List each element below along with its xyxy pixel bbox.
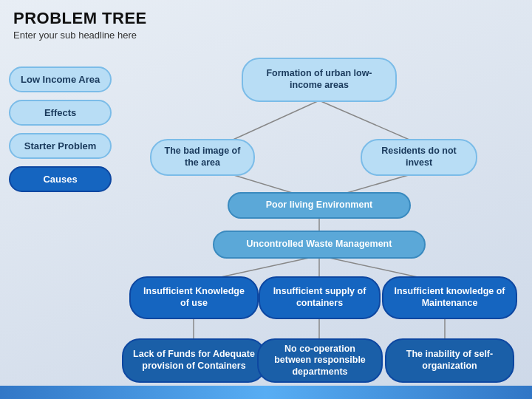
page-title: PROBLEM TREE	[13, 9, 519, 28]
node-poor-living: Poor living Environment	[228, 192, 411, 219]
node-residents: Residents do not invest	[361, 139, 477, 176]
legend-causes: Causes	[9, 166, 112, 192]
page-subtitle: Enter your sub headline here	[13, 30, 519, 41]
legend-low-income: Low Income Area	[9, 66, 112, 92]
node-no-cooperation: No co-operation between responsible depa…	[257, 338, 383, 383]
node-lack-funds: Lack of Funds for Adequate provision of …	[122, 338, 266, 383]
node-formation: Formation of urban low-income areas	[242, 58, 397, 102]
svg-line-0	[222, 100, 319, 145]
page-header: PROBLEM TREE Enter your sub headline her…	[0, 0, 532, 44]
node-insuff-knowledge: Insufficient Knowledge of use	[129, 276, 259, 319]
node-insuff-supply: Insufficient supply of containers	[259, 276, 381, 319]
legend-effects: Effects	[9, 100, 112, 126]
legend: Low Income Area Effects Starter Problem …	[9, 66, 112, 192]
node-uncontrolled: Uncontrolled Waste Management	[213, 231, 426, 259]
node-insuff-maintenance: Insufficient knowledge of Maintenance	[382, 276, 517, 319]
diagram: Formation of urban low-income areas The …	[115, 50, 525, 394]
node-bad-image: The bad image of the area	[150, 139, 255, 176]
bottom-bar	[0, 386, 532, 399]
node-inability: The inability of self- organization	[385, 338, 514, 383]
legend-starter-problem: Starter Problem	[9, 133, 112, 159]
svg-line-1	[319, 100, 421, 145]
